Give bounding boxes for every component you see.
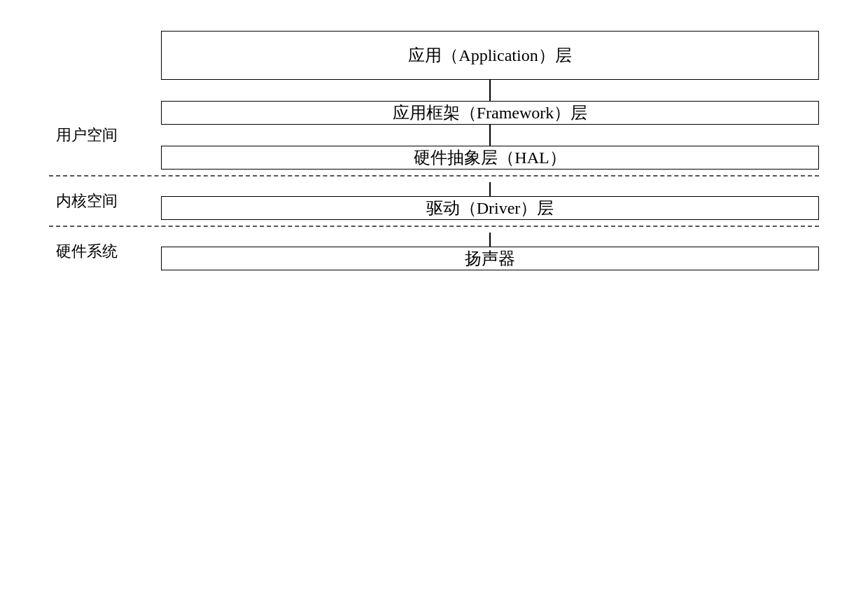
application-layer-box: 应用（Application）层 bbox=[161, 31, 819, 80]
connector-hal-driver bbox=[161, 182, 819, 196]
driver-layer-label: 驱动（Driver）层 bbox=[426, 197, 554, 219]
application-layer-label: 应用（Application）层 bbox=[408, 44, 571, 67]
application-section: 应用（Application）层 bbox=[49, 31, 819, 80]
architecture-diagram: 应用（Application）层 用户空间 应用框架（Framework）层 硬… bbox=[49, 17, 819, 577]
hardware-layer-label: 扬声器 bbox=[465, 247, 515, 270]
driver-layer-box: 驱动（Driver）层 bbox=[161, 196, 819, 220]
framework-layer-box: 应用框架（Framework）层 bbox=[161, 101, 819, 125]
dashed-divider-2 bbox=[49, 226, 819, 227]
framework-layer-label: 应用框架（Framework）层 bbox=[393, 102, 588, 124]
vertical-line-2 bbox=[489, 125, 491, 146]
vertical-line-3 bbox=[489, 182, 491, 196]
connector-driver-hardware bbox=[161, 233, 819, 247]
connector-framework-hal bbox=[161, 125, 819, 146]
vertical-line-1 bbox=[489, 80, 491, 101]
hardware-layer-box: 扬声器 bbox=[161, 247, 819, 270]
dashed-divider-1 bbox=[49, 175, 819, 177]
vertical-line-4 bbox=[489, 233, 491, 247]
connector-line-area-1 bbox=[161, 80, 819, 101]
hardware-system-label: 硬件系统 bbox=[56, 241, 118, 262]
hal-layer-label: 硬件抽象层（HAL） bbox=[414, 146, 566, 169]
hal-layer-box: 硬件抽象层（HAL） bbox=[161, 146, 819, 170]
userspace-label: 用户空间 bbox=[56, 125, 118, 146]
kernelspace-label: 内核空间 bbox=[56, 191, 118, 212]
connector-app-framework bbox=[49, 80, 819, 101]
connector-spacer-1 bbox=[49, 80, 161, 101]
